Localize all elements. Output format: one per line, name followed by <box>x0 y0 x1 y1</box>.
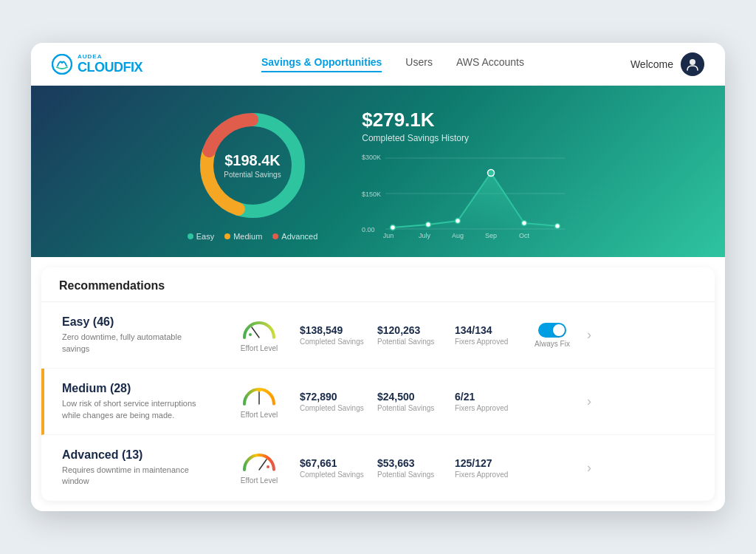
svg-line-28 <box>259 459 267 470</box>
rec-title-medium: Medium (28) <box>62 382 224 395</box>
always-fix-label-easy: Always Fix <box>535 340 570 348</box>
svg-point-14 <box>456 218 461 223</box>
svg-point-23 <box>249 333 252 336</box>
fixers-value-easy: 134/134 <box>455 324 492 336</box>
svg-text:July: July <box>419 232 431 239</box>
chevron-medium: › <box>587 394 591 409</box>
header-right: Welcome <box>616 52 704 76</box>
rec-info-advanced: Advanced (13) Requires downtime in maint… <box>62 448 224 488</box>
potential-value-advanced: $53,663 <box>377 457 415 469</box>
rec-row-easy[interactable]: Easy (46) Zero downtime, fully automatab… <box>41 302 715 369</box>
main-nav: Savings & Opportunities Users AWS Accoun… <box>170 56 616 72</box>
fixers-label-medium: Fixers Approved <box>455 404 508 412</box>
chart-title: Completed Savings History <box>362 133 469 143</box>
rec-row-advanced[interactable]: Advanced (13) Requires downtime in maint… <box>41 435 715 501</box>
recommendations-panel: Recommendations Easy (46) Zero downtime,… <box>41 267 715 500</box>
potential-label-advanced: Potential Savings <box>377 471 434 479</box>
potential-savings-easy: $120,263 Potential Savings <box>371 324 449 346</box>
completed-value-advanced: $67,661 <box>300 457 337 469</box>
svg-text:Aug: Aug <box>452 232 464 239</box>
svg-point-17 <box>555 223 560 228</box>
recommendations-header: Recommendations <box>41 267 715 302</box>
svg-text:$150K: $150K <box>362 191 381 198</box>
completed-savings-medium: $72,890 Completed Savings <box>294 391 371 412</box>
fixers-advanced: 125/127 Fixers Approved <box>449 457 526 479</box>
fixers-medium: 6/21 Fixers Approved <box>449 391 526 412</box>
welcome-label: Welcome <box>630 58 673 70</box>
completed-value-medium: $72,890 <box>300 391 337 403</box>
rec-info-medium: Medium (28) Low risk of short service in… <box>62 382 224 421</box>
chevron-advanced: › <box>587 460 591 476</box>
donut-center: $198.4K Potential Savings <box>224 152 281 179</box>
svg-point-0 <box>52 55 72 74</box>
svg-point-12 <box>391 225 396 230</box>
completed-label-easy: Completed Savings <box>300 338 364 346</box>
completed-value-easy: $138,549 <box>300 324 343 336</box>
effort-meter-medium: Effort Level <box>233 385 285 419</box>
always-fix-toggle-easy[interactable] <box>538 323 566 338</box>
chart-section: $279.1K Completed Savings History $300K … <box>362 109 568 239</box>
rec-info-easy: Easy (46) Zero downtime, fully automatab… <box>62 315 224 355</box>
logo-text: AUDEA CLOUDFIX <box>78 53 142 75</box>
svg-text:Oct: Oct <box>519 232 530 239</box>
fixers-value-advanced: 125/127 <box>455 457 492 469</box>
cloudfix-logo-icon <box>52 54 72 75</box>
potential-value-medium: $24,500 <box>377 391 415 403</box>
potential-label-easy: Potential Savings <box>377 338 434 346</box>
always-fix-easy[interactable]: Always Fix <box>526 323 578 348</box>
svg-point-27 <box>267 465 269 468</box>
svg-text:Jun: Jun <box>383 232 394 239</box>
svg-text:$300K: $300K <box>362 154 381 161</box>
fixers-value-medium: 6/21 <box>455 391 475 403</box>
legend-advanced: Advanced <box>272 232 317 241</box>
completed-savings-easy: $138,549 Completed Savings <box>294 324 371 346</box>
potential-savings-advanced: $53,663 Potential Savings <box>371 457 449 479</box>
svg-text:Sep: Sep <box>485 232 497 239</box>
effort-label-medium: Effort Level <box>241 411 278 419</box>
donut-amount: $198.4K <box>224 152 281 169</box>
svg-text:0.00: 0.00 <box>362 226 375 233</box>
potential-label-medium: Potential Savings <box>377 404 434 412</box>
potential-value-easy: $120,263 <box>377 324 420 336</box>
svg-point-15 <box>488 169 495 176</box>
legend-dot-advanced <box>272 233 278 239</box>
rec-title-easy: Easy (46) <box>62 315 224 329</box>
rec-desc-easy: Zero downtime, fully automatable savings <box>62 332 210 355</box>
nav-aws-accounts[interactable]: AWS Accounts <box>456 56 524 72</box>
user-avatar[interactable] <box>681 52 704 76</box>
rec-row-medium[interactable]: Medium (28) Low risk of short service in… <box>41 369 715 435</box>
completed-savings-advanced: $67,661 Completed Savings <box>294 457 371 479</box>
donut-section: $198.4K Potential Savings Easy Medium Ad… <box>188 106 318 241</box>
potential-savings-medium: $24,500 Potential Savings <box>371 391 449 412</box>
legend-easy: Easy <box>188 232 214 241</box>
donut-legend: Easy Medium Advanced <box>188 232 318 241</box>
legend-dot-medium <box>224 233 230 239</box>
rec-desc-advanced: Requires downtime in maintenance window <box>62 465 210 488</box>
svg-point-13 <box>426 222 431 227</box>
rec-title-advanced: Advanced (13) <box>62 448 224 462</box>
rec-desc-medium: Low risk of short service interruptions … <box>62 398 210 421</box>
chevron-easy: › <box>587 327 591 343</box>
nav-users[interactable]: Users <box>405 56 433 72</box>
completed-label-medium: Completed Savings <box>300 404 364 412</box>
app-window: AUDEA CLOUDFIX Savings & Opportunities U… <box>31 43 725 510</box>
donut-chart: $198.4K Potential Savings <box>193 106 312 225</box>
toggle-thumb-easy <box>553 324 565 336</box>
donut-label: Potential Savings <box>224 171 281 179</box>
fixers-easy: 134/134 Fixers Approved <box>449 324 526 346</box>
header: AUDEA CLOUDFIX Savings & Opportunities U… <box>31 43 725 86</box>
effort-meter-advanced: Effort Level <box>233 451 285 485</box>
effort-meter-easy: Effort Level <box>233 318 285 352</box>
legend-medium: Medium <box>224 232 262 241</box>
fixers-label-easy: Fixers Approved <box>455 338 508 346</box>
hero-banner: $198.4K Potential Savings Easy Medium Ad… <box>31 86 725 257</box>
svg-point-16 <box>522 220 527 225</box>
effort-label-easy: Effort Level <box>241 344 278 352</box>
completed-label-advanced: Completed Savings <box>300 471 364 479</box>
legend-dot-easy <box>188 233 193 239</box>
fixers-label-advanced: Fixers Approved <box>455 471 508 479</box>
chart-total: $279.1K <box>362 109 434 131</box>
svg-point-1 <box>690 59 695 65</box>
nav-savings[interactable]: Savings & Opportunities <box>261 56 382 72</box>
effort-label-advanced: Effort Level <box>241 476 278 485</box>
